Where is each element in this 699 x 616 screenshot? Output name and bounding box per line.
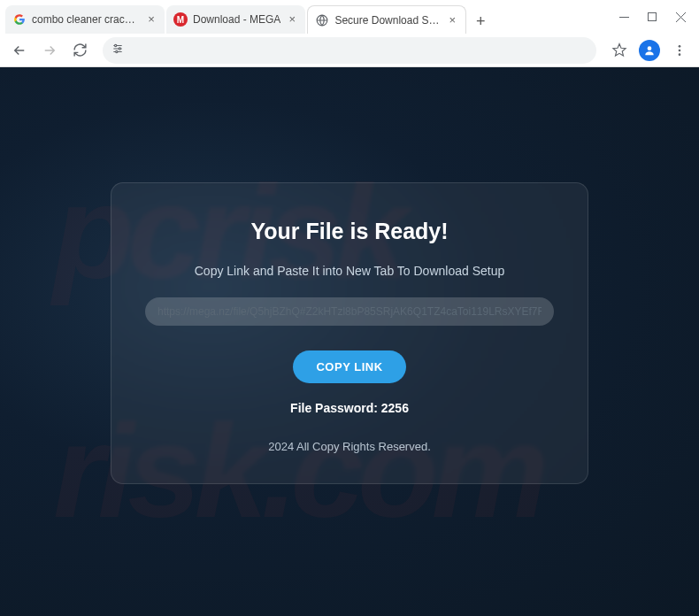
tab-2-active[interactable]: Secure Download Storage × <box>307 5 466 34</box>
new-tab-button[interactable]: + <box>468 9 493 34</box>
close-icon[interactable]: × <box>286 13 298 26</box>
close-window-icon[interactable] <box>674 11 687 23</box>
file-password: File Password: 2256 <box>145 401 554 415</box>
download-link-input[interactable] <box>145 297 554 326</box>
tab-title: Secure Download Storage <box>334 14 441 27</box>
profile-avatar[interactable] <box>637 38 662 63</box>
back-button[interactable] <box>7 38 32 63</box>
svg-point-4 <box>116 50 118 52</box>
browser-window: combo cleaner crack 2024 dow... × M Down… <box>0 0 699 616</box>
tab-title: Download - MEGA <box>193 13 280 26</box>
tab-0[interactable]: combo cleaner crack 2024 dow... × <box>5 5 165 34</box>
tab-1[interactable]: M Download - MEGA × <box>166 5 305 34</box>
close-icon[interactable]: × <box>446 14 458 27</box>
copy-link-button[interactable]: COPY LINK <box>293 350 405 383</box>
svg-point-3 <box>119 48 120 50</box>
toolbar <box>0 34 699 67</box>
card-subtitle: Copy Link and Paste It into New Tab To D… <box>145 264 554 278</box>
bookmark-icon[interactable] <box>607 38 632 63</box>
mega-icon: M <box>173 12 188 27</box>
svg-point-6 <box>679 45 681 48</box>
svg-point-2 <box>115 44 117 46</box>
window-controls <box>605 0 699 34</box>
close-icon[interactable]: × <box>145 13 157 26</box>
site-settings-icon[interactable] <box>111 42 124 58</box>
globe-icon <box>315 13 329 27</box>
reload-button[interactable] <box>67 38 92 63</box>
titlebar: combo cleaner crack 2024 dow... × M Down… <box>0 0 699 34</box>
minimize-icon[interactable] <box>618 11 630 23</box>
google-icon <box>12 12 27 27</box>
svg-point-7 <box>679 49 681 51</box>
menu-icon[interactable] <box>667 38 692 63</box>
tab-strip: combo cleaner crack 2024 dow... × M Down… <box>0 4 605 34</box>
card-title: Your File is Ready! <box>145 219 554 244</box>
tab-title: combo cleaner crack 2024 dow... <box>32 13 140 26</box>
svg-point-5 <box>648 46 652 50</box>
copyright-footer: 2024 All Copy Rights Reserved. <box>145 440 554 453</box>
svg-rect-1 <box>649 13 657 21</box>
download-card: Your File is Ready! Copy Link and Paste … <box>111 182 588 484</box>
svg-point-8 <box>679 53 681 56</box>
page-content: pcrisk risk.com Your File is Ready! Copy… <box>0 67 699 616</box>
maximize-icon[interactable] <box>646 11 658 23</box>
address-bar[interactable] <box>103 37 596 64</box>
forward-button[interactable] <box>37 38 62 63</box>
